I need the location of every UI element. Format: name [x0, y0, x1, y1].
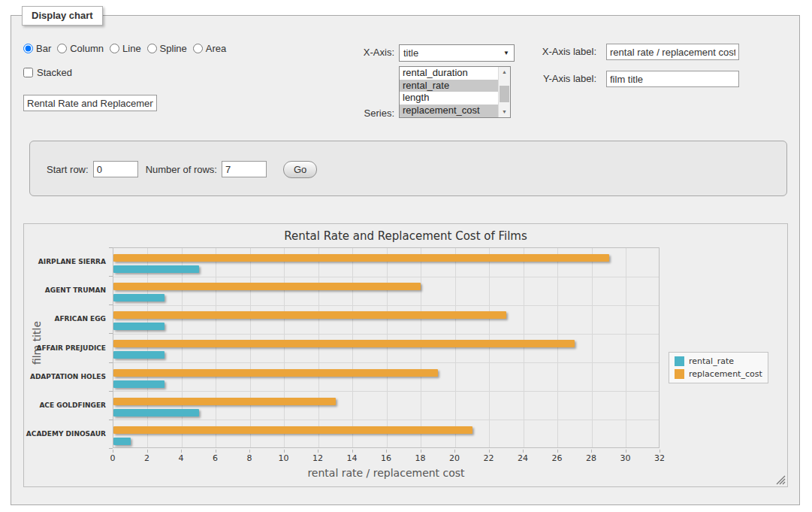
- stacked-checkbox[interactable]: [23, 68, 33, 77]
- series-multiselect[interactable]: rental_durationrental_ratelengthreplacem…: [399, 66, 511, 118]
- scroll-down-icon[interactable]: ▼: [499, 107, 510, 117]
- x-axis-tick: [591, 450, 592, 453]
- y-axis-tick: [109, 304, 113, 305]
- y-axis-label-input[interactable]: [606, 71, 739, 87]
- grid-hline: [113, 420, 659, 420]
- grid-hline: [113, 277, 659, 277]
- plot-area: [113, 247, 660, 448]
- x-axis-tick: [454, 450, 455, 453]
- x-tick-label: 4: [170, 453, 192, 463]
- legend-item-replacement_cost[interactable]: replacement_cost: [675, 369, 762, 379]
- chart-legend: rental_ratereplacement_cost: [669, 352, 768, 383]
- bar-replacement_cost: [113, 254, 609, 262]
- bar-replacement_cost: [113, 340, 575, 347]
- x-axis-tick: [352, 450, 353, 453]
- x-tick-label: 2: [136, 453, 158, 463]
- legend-item-rental_rate[interactable]: rental_rate: [675, 356, 762, 366]
- x-tick-label: 16: [375, 453, 397, 463]
- series-scrollbar[interactable]: ▲ ▼: [498, 67, 510, 117]
- category-label: AGENT TRUMAN: [24, 286, 106, 294]
- x-axis-tick: [216, 450, 216, 453]
- x-axis-select-label: X-Axis:: [327, 47, 394, 58]
- x-tick-label: 0: [101, 453, 124, 463]
- chart-type-radio-spline[interactable]: [147, 44, 157, 53]
- y-axis-tick: [109, 276, 113, 277]
- category-label: ADAPTATION HOLES: [24, 373, 106, 380]
- grid-vline: [421, 248, 421, 447]
- x-axis-label-input[interactable]: [606, 44, 739, 60]
- chart-x-axis-title: rental rate / replacement cost: [113, 467, 660, 479]
- chart-type-option-area[interactable]: Area: [193, 43, 226, 54]
- bar-replacement_cost: [113, 369, 438, 377]
- x-axis-tick: [249, 450, 250, 453]
- series-option-rental_rate[interactable]: rental_rate: [400, 80, 498, 92]
- row-range-box: Start row: Number of rows: Go: [29, 141, 787, 196]
- bar-replacement_cost: [113, 426, 472, 434]
- chart-type-text: Bar: [36, 43, 51, 54]
- grid-vline: [352, 248, 353, 447]
- series-option-replacement_cost[interactable]: replacement_cost: [400, 105, 498, 117]
- chart-type-option-line[interactable]: Line: [110, 43, 141, 54]
- stacked-option[interactable]: Stacked: [23, 67, 72, 78]
- x-tick-label: 14: [341, 453, 364, 463]
- chart-type-text: Spline: [160, 43, 187, 54]
- grid-vline: [592, 248, 593, 447]
- category-label: AFFAIR PREJUDICE: [24, 344, 106, 352]
- resize-grip-icon[interactable]: [776, 475, 786, 485]
- bar-replacement_cost: [113, 283, 421, 290]
- x-axis-tick: [147, 450, 148, 453]
- x-tick-label: 26: [546, 453, 569, 463]
- chart-type-radio-column[interactable]: [57, 44, 67, 53]
- chart-type-text: Line: [122, 43, 141, 54]
- grid-vline: [524, 248, 524, 447]
- chart-type-text: Area: [206, 43, 226, 54]
- series-option-length[interactable]: length: [400, 92, 498, 105]
- x-axis-tick: [489, 450, 490, 453]
- chart-type-radio-area[interactable]: [193, 44, 203, 53]
- grid-vline: [147, 248, 148, 447]
- y-axis-tick: [109, 448, 113, 449]
- x-tick-label: 18: [409, 453, 432, 463]
- series-options: rental_durationrental_ratelengthreplacem…: [400, 67, 498, 117]
- chart-type-radio-bar[interactable]: [23, 44, 33, 53]
- x-axis-label-caption: X-Axis label:: [529, 46, 596, 57]
- grid-vline: [216, 248, 216, 447]
- grid-vline: [489, 248, 490, 447]
- chart-type-text: Column: [70, 43, 104, 54]
- category-label: AFRICAN EGG: [24, 315, 106, 323]
- chart-type-option-column[interactable]: Column: [57, 43, 104, 54]
- chart-type-option-spline[interactable]: Spline: [147, 43, 187, 54]
- x-axis-tick: [557, 450, 558, 453]
- x-axis-select-wrap: title ▼: [399, 44, 515, 62]
- chart-title-input[interactable]: [23, 95, 157, 111]
- y-axis-tick: [109, 247, 113, 248]
- grid-hline: [113, 362, 659, 363]
- grid-vline: [557, 248, 558, 447]
- x-axis-tick: [421, 450, 421, 453]
- x-axis-tick: [523, 450, 524, 453]
- grid-vline: [455, 248, 456, 447]
- x-tick-label: 24: [512, 453, 534, 463]
- x-tick-label: 20: [443, 453, 466, 463]
- bar-rental_rate: [113, 380, 165, 388]
- grid-vline: [182, 248, 183, 447]
- legend-swatch-icon: [675, 369, 684, 379]
- grid-vline: [387, 248, 388, 447]
- scroll-up-icon[interactable]: ▲: [499, 67, 510, 77]
- series-option-rental_duration[interactable]: rental_duration: [400, 67, 498, 80]
- scrollbar-thumb[interactable]: [500, 86, 509, 102]
- chart-type-radio-group: BarColumnLineSplineArea: [23, 43, 232, 54]
- bar-replacement_cost: [113, 398, 336, 405]
- x-tick-label: 12: [306, 453, 329, 463]
- y-axis-tick: [109, 420, 113, 420]
- x-axis-tick: [660, 450, 660, 453]
- num-rows-input[interactable]: [222, 161, 267, 177]
- x-axis-select[interactable]: title: [399, 44, 515, 62]
- start-row-input[interactable]: [93, 161, 138, 177]
- chart-type-option-bar[interactable]: Bar: [23, 43, 51, 54]
- go-button[interactable]: Go: [283, 161, 317, 178]
- legend-label: rental_rate: [689, 356, 734, 366]
- chart-type-radio-line[interactable]: [110, 44, 119, 53]
- panel-legend: Display chart: [22, 6, 103, 26]
- chart-title: Rental Rate and Replacement Cost of Film…: [24, 229, 787, 243]
